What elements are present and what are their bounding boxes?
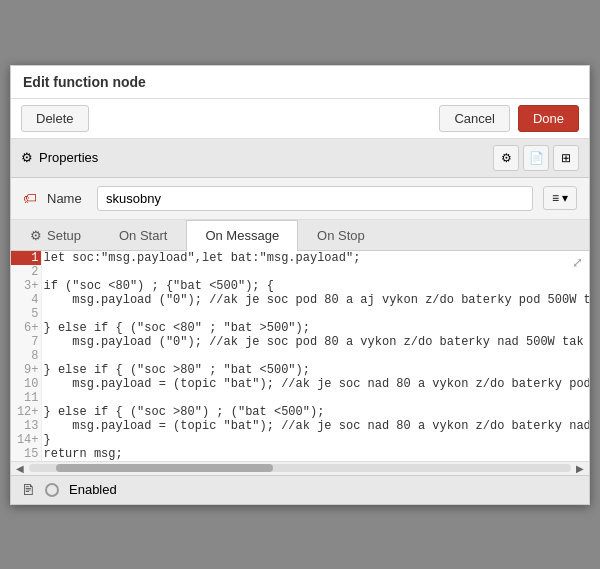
line-code: let soc:"msg.payload",let bat:"msg.paylo… (41, 251, 589, 265)
delete-button[interactable]: Delete (21, 105, 89, 132)
properties-bar-icons: ⚙ 📄 ⊞ (493, 145, 579, 171)
table-row: 12+} else if { ("soc >80") ; ("bat <500"… (11, 405, 589, 419)
line-code: return msg; (41, 447, 589, 461)
code-area: ⤢ 1let soc:"msg.payload",let bat:"msg.pa… (11, 251, 589, 475)
table-row: 4 msg.payload ("0"); //ak je soc pod 80 … (11, 293, 589, 307)
tab-on-stop[interactable]: On Stop (298, 220, 384, 250)
dialog-footer: 🖹 Enabled (11, 475, 589, 504)
line-code: msg.payload ("0"); //ak je soc pod 80 a … (41, 335, 589, 349)
expand-icon-btn[interactable]: ⊞ (553, 145, 579, 171)
line-number: 9+ (11, 363, 41, 377)
tab-on-start[interactable]: On Start (100, 220, 186, 250)
cancel-button[interactable]: Cancel (439, 105, 509, 132)
line-code: msg.payload = (topic "bat"); //ak je soc… (41, 419, 589, 433)
line-code (41, 349, 589, 363)
line-number: 10 (11, 377, 41, 391)
tab-setup-label: Setup (47, 228, 81, 243)
table-row: 5 (11, 307, 589, 321)
edit-function-dialog: Edit function node Delete Cancel Done ⚙ … (10, 65, 590, 505)
table-row: 6+} else if { ("soc <80" ; "bat >500"); (11, 321, 589, 335)
line-number: 7 (11, 335, 41, 349)
setup-gear-icon: ⚙ (30, 228, 42, 243)
line-number: 12+ (11, 405, 41, 419)
line-number: 1 (11, 251, 41, 265)
table-row: 7 msg.payload ("0"); //ak je soc pod 80 … (11, 335, 589, 349)
code-table: 1let soc:"msg.payload",let bat:"msg.payl… (11, 251, 589, 461)
line-number: 6+ (11, 321, 41, 335)
line-code: } else if { ("soc >80") ; ("bat <500"); (41, 405, 589, 419)
tag-icon: 🏷 (23, 190, 37, 206)
format-icon: ≡ (552, 191, 559, 205)
tab-on-start-label: On Start (119, 228, 167, 243)
dialog-title: Edit function node (11, 66, 589, 99)
line-number: 5 (11, 307, 41, 321)
line-number: 11 (11, 391, 41, 405)
tab-bar: ⚙ Setup On Start On Message On Stop (11, 220, 589, 251)
table-row: 13 msg.payload = (topic "bat"); //ak je … (11, 419, 589, 433)
doc-icon-btn[interactable]: 📄 (523, 145, 549, 171)
settings-icon-btn[interactable]: ⚙ (493, 145, 519, 171)
properties-label: Properties (39, 150, 98, 165)
table-row: 1let soc:"msg.payload",let bat:"msg.payl… (11, 251, 589, 265)
tab-on-message[interactable]: On Message (186, 220, 298, 251)
properties-bar-left: ⚙ Properties (21, 150, 98, 165)
tab-on-stop-label: On Stop (317, 228, 365, 243)
scroll-left-btn[interactable]: ◀ (13, 463, 27, 474)
line-code: if ("soc <80") ; {"bat <500"); { (41, 279, 589, 293)
scroll-right-btn[interactable]: ▶ (573, 463, 587, 474)
line-code: } else if { ("soc <80" ; "bat >500"); (41, 321, 589, 335)
line-number: 2 (11, 265, 41, 279)
horizontal-scrollbar[interactable]: ◀ ▶ (11, 461, 589, 475)
gear-icon: ⚙ (21, 150, 33, 165)
line-code (41, 307, 589, 321)
table-row: 11 (11, 391, 589, 405)
line-code: } (41, 433, 589, 447)
code-wrapper[interactable]: 1let soc:"msg.payload",let bat:"msg.payl… (11, 251, 589, 461)
line-number: 14+ (11, 433, 41, 447)
name-row: 🏷 Name ≡ ▾ (11, 178, 589, 220)
line-number: 4 (11, 293, 41, 307)
tab-on-message-label: On Message (205, 228, 279, 243)
table-row: 9+} else if { ("soc >80" ; "bat <500"); (11, 363, 589, 377)
line-code (41, 265, 589, 279)
table-row: 15return msg; (11, 447, 589, 461)
table-row: 8 (11, 349, 589, 363)
scrollbar-thumb (56, 464, 273, 472)
toolbar-right: Cancel Done (439, 105, 579, 132)
line-number: 3+ (11, 279, 41, 293)
format-button[interactable]: ≡ ▾ (543, 186, 577, 210)
line-number: 13 (11, 419, 41, 433)
format-chevron: ▾ (562, 191, 568, 205)
table-row: 3+if ("soc <80") ; {"bat <500"); { (11, 279, 589, 293)
table-row: 14+} (11, 433, 589, 447)
line-code (41, 391, 589, 405)
properties-bar: ⚙ Properties ⚙ 📄 ⊞ (11, 139, 589, 178)
table-row: 2 (11, 265, 589, 279)
line-number: 8 (11, 349, 41, 363)
scrollbar-track[interactable] (29, 464, 571, 472)
line-number: 15 (11, 447, 41, 461)
table-row: 10 msg.payload = (topic "bat"); //ak je … (11, 377, 589, 391)
line-code: msg.payload = (topic "bat"); //ak je soc… (41, 377, 589, 391)
name-input[interactable] (97, 186, 533, 211)
done-button[interactable]: Done (518, 105, 579, 132)
enabled-toggle[interactable] (45, 483, 59, 497)
footer-icon: 🖹 (21, 482, 35, 498)
name-label: Name (47, 191, 87, 206)
line-code: } else if { ("soc >80" ; "bat <500"); (41, 363, 589, 377)
line-code: msg.payload ("0"); //ak je soc pod 80 a … (41, 293, 589, 307)
enabled-label: Enabled (69, 482, 117, 497)
tab-setup[interactable]: ⚙ Setup (11, 220, 100, 250)
dialog-toolbar: Delete Cancel Done (11, 99, 589, 139)
